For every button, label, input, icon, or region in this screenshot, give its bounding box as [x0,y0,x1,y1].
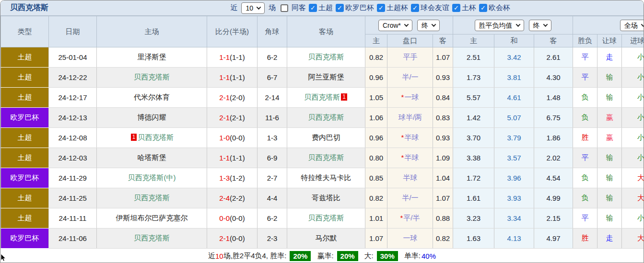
handicap-line-cell: *半球 [387,148,433,168]
match-row: 土超 24-12-03 哈塔斯堡 1-1(1-1) 6-9 贝西克塔斯 0.80… [1,148,644,168]
match-row: 土超 24-11-11 伊斯坦布尔巴萨克塞尔 0-0(0-0) 6-2 贝西克塔… [1,208,644,229]
handicap-home-odds-cell: 0.82 [365,188,387,208]
score-cell: 2-1(0-0) [207,229,258,249]
corner-cell: 2-3 [258,229,287,249]
away-team-name: 贝西克塔斯 [308,113,344,121]
away-team-cell: 马尔默 [287,229,365,249]
handicap-star: * [401,133,404,141]
avg-draw-odds-cell: 3.96 [494,168,534,188]
halftime-score: (1-2) [230,174,245,182]
halftime-score: (2-2) [230,194,245,202]
handicap-line: 平手 [403,53,418,61]
handicap-home-odds-cell: 1.01 [365,208,387,229]
average-period-select[interactable]: 终 [529,20,551,31]
home-team-cell: 伊斯坦布尔巴萨克塞尔 [97,208,207,229]
avg-home-odds-cell: 2.51 [453,47,494,68]
competition-checkbox-5[interactable]: ✓ [479,4,487,12]
handicap-result-cell: 输 [597,68,622,88]
corner-cell: 6-7 [258,68,287,88]
competition-checkbox-4[interactable]: ✓ [452,4,460,12]
col-header-crow-home: 主 [365,34,387,47]
fulltime-score: 2-1 [219,93,230,102]
home-team-name: 哈塔斯堡 [138,153,166,161]
same-away-checkbox[interactable] [281,4,288,12]
goals-result-cell: 小 [622,148,644,168]
col-header-handicap-result: 让球 [597,34,622,47]
competition-type-cell: 土超 [1,188,49,208]
handicap-line-cell: 半/一 [387,68,433,88]
goals-result-cell: 大 [622,188,644,208]
handicap-line: 平/半 [403,214,420,222]
corner-cell: 1-3 [258,128,287,148]
match-row: 土超 25-01-04 里泽斯堡 1-1(1-1) 6-2 贝西克塔斯 0.82… [1,47,644,68]
competition-checkbox-3[interactable]: ✓ [411,4,419,12]
halftime-score: (1-1) [230,154,245,162]
goals-result-cell: 大 [622,229,644,249]
handicap-line-cell: *半球 [387,128,433,148]
win-rate-badge: 20% [290,251,311,261]
result-cell: 负 [573,188,597,208]
home-team-name: 代米尔体育 [134,93,170,101]
col-header-corner: 角球 [258,16,287,47]
chevron-down-icon [641,22,644,27]
date-cell: 24-12-22 [49,68,97,88]
bookmaker-select[interactable]: Crow* [378,20,412,31]
home-team-name: 伊斯坦布尔巴萨克塞尔 [116,214,188,222]
away-team-cell: 哥兹塔比 [287,188,365,208]
handicap-away-odds-cell: 1.09 [433,148,453,168]
home-team-cell: 贝西克塔斯 [97,229,207,249]
chevron-down-icon [543,22,548,27]
fulltime-score: 0-0 [219,214,230,222]
handicap-away-odds-cell: 1.04 [433,168,453,188]
handicap-home-odds-cell: 0.96 [365,128,387,148]
handicap-line: 半/一 [402,194,418,202]
avg-draw-odds-cell: 3.81 [494,68,534,88]
match-row: 土超 24-12-17 代米尔体育 2-1(2-0) 2-14 贝西克塔斯1 1… [1,88,644,108]
goals-result-cell: 小 [622,128,644,148]
result-cell: 平 [573,47,597,68]
goals-result-cell: 小 [622,108,644,128]
handicap-line-cell: 平手 [387,47,433,68]
match-row: 欧罗巴杯 24-12-13 博德闪耀 2-1(2-1) 11-6 贝西克塔斯 1… [1,108,644,128]
date-cell: 24-11-29 [49,168,97,188]
home-team-cell: 里泽斯堡 [97,47,207,68]
away-team-name: 阿兰亚斯堡 [308,73,344,81]
handicap-star: * [400,214,403,222]
handicap-line: 一球 [404,93,419,101]
handicap-line: 半球 [404,133,419,141]
goals-result-cell: 小 [622,47,644,68]
col-header-handicap: 盘口 [387,34,433,47]
halftime-score: (0-0) [230,234,245,242]
handicap-home-odds-cell: 0.80 [365,148,387,168]
same-away-label: 同客 [292,3,306,12]
col-header-type: 类型 [1,16,49,47]
competition-checkbox-1[interactable]: ✓ [336,4,344,12]
competition-checkbox-2[interactable]: ✓ [377,4,385,12]
handicap-line-cell: 半球 [387,168,433,188]
home-team-name: 贝西克塔斯 [134,73,170,81]
halftime-score: (2-1) [230,114,245,122]
avg-draw-odds-cell: 3.79 [494,128,534,148]
score-cell: 2-1(2-1) [207,108,258,128]
score-cell: 1-1(1-1) [207,148,258,168]
avg-home-odds-cell: 1.72 [453,168,494,188]
match-row: 欧罗巴杯 24-11-06 贝西克塔斯 2-1(0-0) 2-3 马尔默 1.0… [1,229,644,249]
bookmaker-period-select[interactable]: 终 [417,20,440,31]
average-select[interactable]: 胜平负均值 [475,20,524,31]
halftime-score: (2-0) [230,93,245,102]
recent-count-select[interactable]: 10 [241,2,265,14]
handicap-home-odds-cell: 1.05 [365,88,387,108]
scope-select-group: 全场 [573,16,644,34]
handicap-result-cell: 输 [597,88,622,108]
handicap-away-odds-cell: 0.82 [433,229,453,249]
chevron-down-icon [257,5,261,10]
scope-select[interactable]: 全场 [620,20,644,31]
competition-label-4: 土杯 [462,3,476,12]
away-team-cell: 贝西克塔斯 [287,208,365,229]
avg-draw-odds-cell: 4.13 [494,229,534,249]
handicap-result-cell: 走 [597,229,622,249]
competition-checkbox-0[interactable]: ✓ [309,4,317,12]
handicap-line-cell: *平/半 [387,208,433,229]
fulltime-score: 1-1 [219,73,230,81]
match-row: 欧罗巴杯 24-11-29 贝西克塔斯(中) 1-3(1-2) 2-7 特拉维夫… [1,168,644,188]
